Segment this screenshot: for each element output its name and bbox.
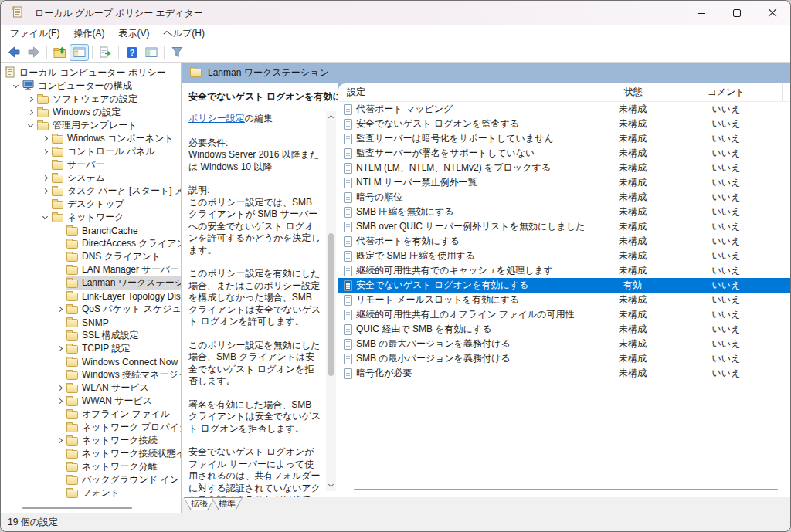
column-header-comment[interactable]: コメント [670, 83, 783, 101]
show-extended-pane-button[interactable] [141, 44, 161, 61]
list-horizontal-scrollbar[interactable] [354, 489, 778, 490]
scroll-up-button[interactable] [326, 111, 336, 122]
chevron-right-icon[interactable] [54, 439, 66, 442]
description-vertical-scrollbar[interactable] [326, 111, 336, 491]
edit-policy-link[interactable]: ポリシー設定 [188, 113, 245, 124]
tree-item[interactable]: TCPIP 設定 [1, 342, 181, 355]
tree-item[interactable]: Windows Connect Now [1, 355, 181, 368]
tree-item[interactable]: ソフトウェアの設定 [1, 93, 181, 106]
status-bar: 19 個の設定 [1, 513, 790, 531]
policy-setting-icon [344, 354, 352, 364]
chevron-right-icon[interactable] [54, 386, 66, 390]
menu-view[interactable]: 表示(V) [111, 25, 156, 42]
tree-item[interactable]: デスクトップ [1, 198, 181, 211]
tab-standard[interactable]: 標準 [212, 497, 243, 510]
back-icon [8, 46, 21, 58]
scroll-down-button[interactable] [326, 480, 336, 491]
tree-item[interactable]: Lanman ワークステーション [1, 276, 181, 290]
tree-item[interactable]: Windows 接続マネージャー [1, 368, 181, 381]
tree-item[interactable]: ネットワーク [1, 211, 181, 224]
chevron-right-icon[interactable] [39, 189, 51, 193]
menu-help[interactable]: ヘルプ(H) [156, 25, 212, 42]
chevron-right-icon[interactable] [54, 399, 66, 403]
tree-item[interactable]: SSL 構成設定 [1, 329, 181, 342]
filter-button[interactable] [168, 44, 187, 61]
setting-row[interactable]: 代替ポート マッピング未構成いいえ [338, 102, 790, 117]
column-header-setting[interactable]: 設定 [338, 83, 596, 101]
chevron-right-icon[interactable] [25, 110, 36, 114]
setting-row[interactable]: 継続的可用性共有上のオフライン ファイルの可用性未構成いいえ [338, 307, 790, 322]
setting-row[interactable]: SMB 圧縮を無効にする未構成いいえ [338, 205, 790, 219]
chevron-right-icon[interactable] [54, 307, 66, 311]
chevron-down-icon[interactable] [25, 124, 36, 127]
setting-row[interactable]: リモート メールスロットを有効にする未構成いいえ [338, 293, 790, 307]
folder-icon [66, 411, 78, 419]
tree-item[interactable]: サーバー [1, 158, 181, 171]
folder-icon [52, 175, 63, 183]
setting-row[interactable]: 監査サーバーが署名をサポートしていない未構成いいえ [338, 146, 790, 161]
tree-item[interactable]: タスク バーと [スタート] メニュー [1, 185, 181, 198]
tree-item[interactable]: システム [1, 171, 181, 185]
close-button[interactable] [755, 1, 790, 25]
tree-item[interactable]: コンピューターの構成 [1, 80, 181, 93]
tree-item[interactable]: WLAN サービス [1, 381, 181, 395]
tree-item-label: DirectAccess クライアント [82, 237, 181, 250]
tree-item[interactable]: オフライン ファイル [1, 408, 181, 421]
tree-item[interactable]: ネットワーク プロバイダー [1, 421, 181, 434]
setting-row[interactable]: SMB の最小バージョンを義務付ける未構成いいえ [338, 351, 790, 366]
tree-horizontal-scrollbar[interactable] [22, 507, 132, 509]
scrollbar-thumb[interactable] [328, 233, 334, 376]
chevron-down-icon[interactable] [10, 85, 22, 87]
tree-item[interactable]: ネットワーク分離 [1, 460, 181, 473]
tree-item[interactable]: ネットワーク接続状態インジケーター [1, 447, 181, 460]
setting-row[interactable]: 継続的可用性共有でのキャッシュを処理します未構成いいえ [338, 263, 790, 278]
setting-row[interactable]: 代替ポートを有効にする未構成いいえ [338, 234, 790, 249]
chevron-right-icon[interactable] [39, 176, 51, 180]
tree-item[interactable]: Windows コンポーネント [1, 132, 181, 145]
tree-item[interactable]: コントロール パネル [1, 145, 181, 158]
tree-item[interactable]: Windows の設定 [1, 106, 181, 119]
chevron-right-icon[interactable] [54, 347, 66, 351]
tree-item[interactable]: ローカル コンピューター ポリシー [1, 66, 181, 80]
tree-item[interactable]: WWAN サービス [1, 395, 181, 408]
chevron-right-icon[interactable] [39, 150, 51, 154]
setting-row[interactable]: NTLM サーバー禁止例外一覧未構成いいえ [338, 175, 790, 190]
setting-row[interactable]: SMB over QUIC サーバー例外リストを無効にしました未構成いいえ [338, 219, 790, 234]
minimize-button[interactable] [684, 1, 719, 25]
chevron-right-icon[interactable] [39, 137, 51, 141]
setting-row[interactable]: NTLM (LM、NTLM、NTLMv2) をブロックする未構成いいえ [338, 161, 790, 175]
export-list-button[interactable] [96, 44, 115, 61]
tree-item[interactable]: LAN Manager サーバー [1, 263, 181, 276]
tree-item[interactable]: BranchCache [1, 224, 181, 237]
tree-item[interactable]: フォント [1, 486, 181, 500]
setting-row[interactable]: 暗号の順位未構成いいえ [338, 190, 790, 205]
forward-button[interactable] [24, 44, 43, 61]
back-button[interactable] [5, 44, 24, 61]
tab-extended[interactable]: 拡張 [184, 497, 215, 510]
chevron-down-icon[interactable] [39, 216, 51, 219]
tree-item[interactable]: ネットワーク接続 [1, 434, 181, 447]
column-header-state[interactable]: 状態 [596, 83, 670, 101]
setting-row[interactable]: 監査サーバーは暗号化をサポートしていません未構成いいえ [338, 131, 790, 146]
chevron-right-icon[interactable] [25, 97, 36, 101]
setting-row[interactable]: SMB の最大バージョンを義務付ける未構成いいえ [338, 337, 790, 351]
setting-row[interactable]: 安全でないゲスト ログオンを監査する未構成いいえ [338, 117, 790, 131]
tree-item[interactable]: DirectAccess クライアント [1, 237, 181, 250]
show-console-tree-button[interactable] [70, 44, 89, 61]
menu-action[interactable]: 操作(A) [66, 25, 111, 42]
help-button[interactable]: ? [122, 44, 141, 61]
setting-name: 監査サーバーは暗号化をサポートしていません [356, 132, 554, 145]
maximize-button[interactable] [719, 1, 755, 25]
tree-item[interactable]: QoS パケット スケジューラ [1, 303, 181, 316]
tree-item[interactable]: バックグラウンド インテリジェント転送 [1, 473, 181, 486]
menu-file[interactable]: ファイル(F) [3, 25, 66, 42]
tree-item[interactable]: 管理用テンプレート [1, 119, 181, 132]
setting-row[interactable]: 暗号化が必要未構成いいえ [338, 366, 790, 381]
tree-item[interactable]: Link-Layer Topology Discovery [1, 290, 181, 303]
tree-item[interactable]: SNMP [1, 316, 181, 329]
setting-row[interactable]: 既定で SMB 圧縮を使用する未構成いいえ [338, 249, 790, 263]
up-one-level-button[interactable] [50, 44, 70, 61]
setting-row[interactable]: QUIC 経由で SMB を有効にする未構成いいえ [338, 322, 790, 337]
setting-row[interactable]: 安全でないゲスト ログオンを有効にする有効いいえ [338, 278, 790, 293]
tree-item[interactable]: DNS クライアント [1, 250, 181, 263]
